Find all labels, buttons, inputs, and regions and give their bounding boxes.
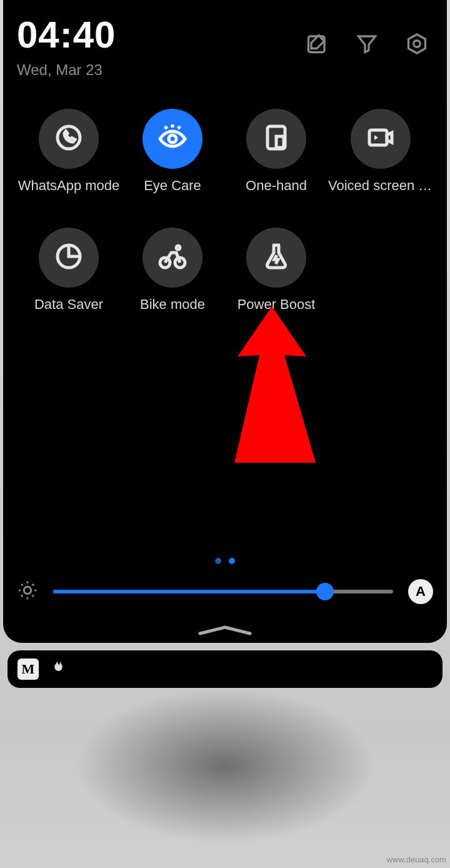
bike-icon	[158, 241, 188, 274]
brightness-fill	[53, 590, 325, 593]
svg-point-2	[414, 41, 421, 48]
svg-marker-1	[409, 34, 426, 53]
header-left: 04:40 Wed, Mar 23	[17, 16, 306, 79]
filter-icon[interactable]	[356, 33, 378, 58]
page-dot-active	[229, 558, 235, 564]
brightness-icon	[17, 580, 38, 603]
header-date: Wed, Mar 23	[17, 61, 306, 79]
svg-point-12	[24, 587, 31, 593]
tile-data-saver[interactable]: Data Saver	[17, 228, 121, 313]
wallpaper-shadow	[75, 688, 375, 844]
whatsapp-icon	[54, 123, 84, 155]
tile-label: Bike mode	[140, 296, 205, 313]
svg-point-4	[169, 135, 176, 143]
flame-icon	[48, 659, 66, 680]
header-row: 04:40 Wed, Mar 23	[17, 16, 433, 79]
tile-label: Eye Care	[144, 178, 201, 194]
tile-power-boost[interactable]: Power Boost	[224, 228, 328, 313]
collapse-handle[interactable]	[3, 623, 447, 637]
tile-label: Data Saver	[34, 296, 103, 313]
tile-circle	[142, 109, 202, 169]
voiced-screen-icon	[366, 123, 396, 155]
tile-circle	[351, 109, 411, 169]
tile-label: Voiced screen recording	[328, 178, 433, 194]
svg-rect-6	[276, 136, 284, 148]
notification-bar[interactable]: M	[8, 650, 442, 688]
tile-circle	[246, 228, 306, 288]
tile-circle	[39, 228, 99, 288]
tiles-grid: WhatsApp mode Eye Care One-hand	[17, 109, 433, 313]
header-actions	[306, 16, 433, 58]
tile-whatsapp-mode[interactable]: WhatsApp mode	[17, 109, 121, 194]
watermark: www.deuaq.com	[387, 855, 446, 864]
tile-circle	[142, 228, 202, 288]
clock-time: 04:40	[17, 16, 306, 54]
quick-settings-panel: 04:40 Wed, Mar 23 WhatsApp mode	[3, 0, 447, 643]
one-hand-icon	[261, 123, 291, 155]
tile-one-hand[interactable]: One-hand	[224, 109, 328, 194]
tile-label: One-hand	[246, 178, 307, 194]
tile-circle	[246, 109, 306, 169]
data-saver-icon	[54, 241, 84, 274]
svg-marker-11	[234, 306, 316, 463]
auto-brightness-button[interactable]: A	[408, 579, 433, 604]
brightness-thumb[interactable]	[316, 583, 334, 600]
eye-icon	[158, 123, 188, 155]
brightness-slider[interactable]	[53, 590, 393, 593]
tile-eye-care[interactable]: Eye Care	[121, 109, 224, 194]
tile-voiced-screen-recording[interactable]: Voiced screen recording	[328, 109, 433, 194]
page-indicator	[3, 555, 447, 567]
brightness-row: A	[17, 579, 433, 604]
edit-icon[interactable]	[306, 33, 328, 58]
annotation-arrow	[222, 306, 322, 469]
tile-label: Power Boost	[238, 296, 316, 313]
flask-bolt-icon	[261, 241, 291, 274]
tile-label: WhatsApp mode	[18, 178, 120, 194]
tile-circle	[39, 109, 99, 169]
notif-app-badge: M	[18, 659, 39, 680]
page-dot	[215, 558, 221, 564]
settings-icon[interactable]	[406, 33, 428, 58]
tile-bike-mode[interactable]: Bike mode	[121, 228, 224, 313]
